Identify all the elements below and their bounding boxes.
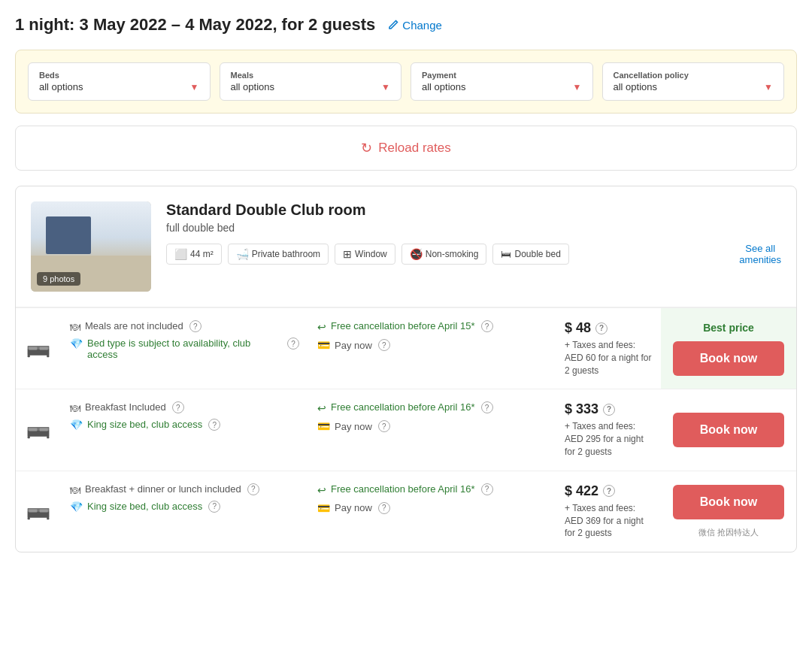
book-now-button-2[interactable]: Book now (673, 413, 784, 447)
price-3: $ 422 (565, 483, 598, 499)
amenity-window-label: Window (355, 249, 387, 259)
photos-badge[interactable]: 9 photos (37, 272, 80, 286)
pay-question-2[interactable]: ? (378, 420, 390, 432)
price-taxes-3: + Taxes and fees: AED 369 for a night fo… (565, 502, 652, 540)
price-question-2[interactable]: ? (603, 404, 615, 416)
bathroom-icon: 🛁 (236, 248, 249, 260)
pay-icon-3: 💳 (317, 502, 330, 514)
pay-question-1[interactable]: ? (378, 339, 390, 351)
cancel-icon-1: ↩ (317, 321, 326, 333)
change-link[interactable]: Change (387, 19, 442, 32)
rate-gem-line-1: 💎 Bed type is subject to availability, c… (70, 338, 299, 360)
see-all-amenities-link[interactable]: See allamenities (739, 243, 781, 265)
price-question-1[interactable]: ? (595, 322, 607, 334)
meal-text-2: Breakfast Included (85, 401, 166, 413)
book-now-button-3[interactable]: Book now (673, 485, 784, 519)
svg-rect-5 (47, 355, 49, 357)
beds-filter-value-row: all options ▼ (39, 81, 199, 92)
cancel-line-3: ↩ Free cancellation before April 16* ? (317, 483, 547, 496)
rate-bed-icon-1 (16, 308, 61, 389)
amenity-smoking-label: Non-smoking (426, 249, 479, 259)
rate-row-2: 🍽 Breakfast Included ? 💎 King size bed, … (16, 389, 796, 470)
window-icon: ⊞ (343, 248, 352, 260)
cancel-question-3[interactable]: ? (481, 483, 493, 495)
rate-cancel-col-2: ↩ Free cancellation before April 16* ? 💳… (308, 389, 556, 470)
gem-question-3[interactable]: ? (208, 501, 220, 513)
rate-meal-col-1: 🍽 Meals are not included ? 💎 Bed type is… (61, 308, 308, 389)
price-main-1: $ 48 ? (565, 320, 607, 336)
cancellation-filter[interactable]: Cancellation policy all options ▼ (602, 62, 785, 101)
room-image-container: 9 photos (31, 201, 151, 292)
beds-filter-label: Beds (39, 71, 199, 80)
cancel-icon-2: ↩ (317, 402, 326, 414)
cancel-question-2[interactable]: ? (481, 401, 493, 413)
rate-book-col-1: Best price Book now (661, 308, 796, 389)
pencil-icon (387, 19, 399, 31)
beds-chevron-icon: ▼ (190, 82, 199, 92)
meal-text-3: Breakfast + dinner or lunch included (85, 483, 241, 495)
pay-question-3[interactable]: ? (378, 502, 390, 514)
amenity-size: ⬜ 44 m² (166, 244, 222, 265)
svg-rect-3 (40, 347, 48, 350)
amenity-bathroom: 🛁 Private bathroom (228, 244, 329, 265)
meal-question-2[interactable]: ? (172, 401, 184, 413)
rate-meal-line-1: 🍽 Meals are not included ? (70, 320, 299, 333)
rate-cancel-col-1: ↩ Free cancellation before April 15* ? 💳… (308, 308, 556, 389)
rate-cancel-col-3: ↩ Free cancellation before April 16* ? 💳… (308, 471, 556, 552)
amenity-smoking: 🚭 Non-smoking (401, 244, 487, 265)
meal-question-1[interactable]: ? (189, 320, 201, 332)
size-icon: ⬜ (174, 248, 187, 260)
svg-rect-16 (28, 517, 30, 519)
cancellation-chevron-icon: ▼ (764, 82, 773, 92)
meals-filter-label: Meals (231, 71, 391, 80)
pay-text-1: Pay now (335, 340, 372, 351)
price-question-3[interactable]: ? (603, 485, 615, 497)
cancellation-filter-value-row: all options ▼ (614, 81, 774, 92)
svg-rect-8 (29, 428, 37, 431)
bed-icon-2 (26, 421, 50, 439)
amenity-size-label: 44 m² (190, 249, 214, 259)
payment-filter-label: Payment (422, 71, 582, 80)
rate-gem-line-2: 💎 King size bed, club access ? (70, 419, 299, 431)
meals-chevron-icon: ▼ (381, 82, 390, 92)
watermark: 微信 抢因特达人 (698, 527, 759, 538)
bed-icon-3 (26, 502, 50, 520)
room-amenities: ⬜ 44 m² 🛁 Private bathroom ⊞ Window 🚭 No… (166, 243, 781, 265)
no-smoking-icon: 🚭 (410, 248, 423, 260)
beds-filter[interactable]: Beds all options ▼ (28, 62, 211, 101)
gem-text-1: Bed type is subject to availability, clu… (87, 338, 281, 360)
payment-filter[interactable]: Payment all options ▼ (411, 62, 593, 101)
amenity-bathroom-label: Private bathroom (252, 249, 320, 259)
rate-meal-col-2: 🍽 Breakfast Included ? 💎 King size bed, … (61, 389, 308, 470)
cancel-text-1: Free cancellation before April 15* (331, 320, 475, 331)
svg-rect-11 (47, 436, 49, 438)
meals-filter[interactable]: Meals all options ▼ (220, 62, 402, 101)
beds-filter-value: all options (39, 81, 83, 92)
pay-line-3: 💳 Pay now ? (317, 502, 547, 514)
payment-filter-value: all options (422, 81, 466, 92)
price-2: $ 333 (565, 401, 598, 417)
booking-summary-title: 1 night: 3 May 2022 – 4 May 2022, for 2 … (15, 15, 375, 35)
price-main-3: $ 422 ? (565, 483, 615, 499)
rate-bed-icon-3 (16, 471, 61, 552)
gem-question-2[interactable]: ? (208, 419, 220, 431)
svg-rect-2 (29, 347, 37, 350)
pay-line-1: 💳 Pay now ? (317, 339, 547, 351)
room-card: 9 photos Standard Double Club room full … (15, 186, 797, 552)
cancel-question-1[interactable]: ? (481, 320, 493, 332)
gem-question-1[interactable]: ? (287, 338, 299, 350)
rate-meal-line-3: 🍽 Breakfast + dinner or lunch included ? (70, 483, 299, 496)
meal-question-3[interactable]: ? (247, 483, 259, 495)
meals-filter-value-row: all options ▼ (231, 81, 391, 92)
reload-rates-button[interactable]: ↻ Reload rates (15, 126, 797, 171)
rate-row-1: 🍽 Meals are not included ? 💎 Bed type is… (16, 307, 796, 389)
reload-icon: ↻ (361, 140, 372, 156)
meal-icon-1: 🍽 (70, 321, 80, 333)
book-now-button-1[interactable]: Book now (673, 341, 784, 376)
rate-meal-line-2: 🍽 Breakfast Included ? (70, 401, 299, 414)
svg-rect-14 (29, 510, 37, 513)
cancel-line-2: ↩ Free cancellation before April 16* ? (317, 401, 547, 414)
price-1: $ 48 (565, 320, 591, 336)
pay-text-2: Pay now (335, 421, 372, 432)
amenity-bed: 🛏 Double bed (492, 244, 568, 265)
